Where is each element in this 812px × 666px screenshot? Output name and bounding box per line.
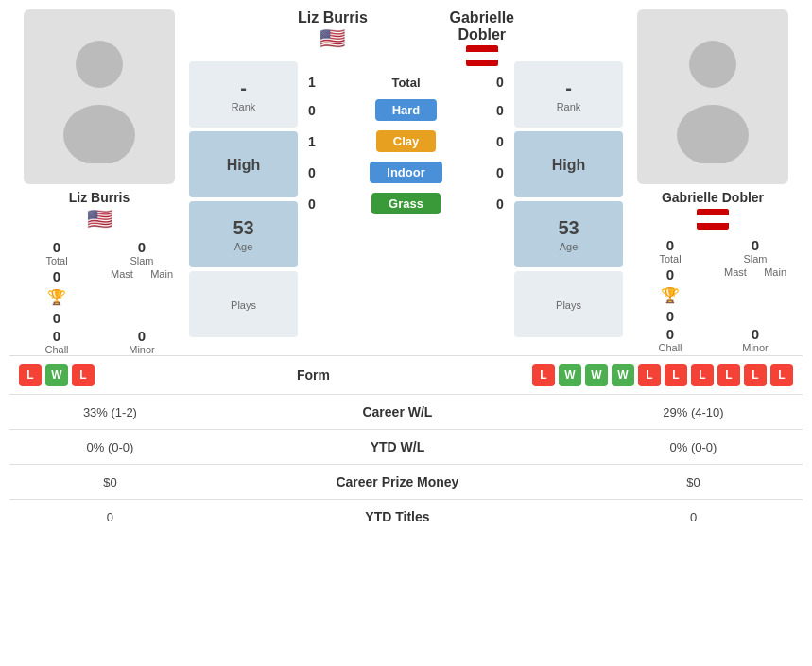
clay-badge: Clay: [376, 130, 436, 152]
layout: Liz Burris 🇺🇸 0 Total 0 Slam 0 🏆 0: [9, 9, 803, 355]
clay-p2: 0: [486, 134, 514, 149]
player2-rank-card: - Rank: [514, 61, 623, 128]
total-badge-wrap: Total: [326, 76, 486, 90]
hard-p2: 0: [486, 103, 514, 118]
p1-header-name: Liz Burris: [298, 9, 368, 26]
player1-mast-label-cell: Mast Main: [104, 268, 180, 326]
middle-top: - Rank High 53 Age Plays: [189, 9, 623, 337]
surface-rows: Liz Burris 🇺🇸 GabrielleDobler: [298, 9, 514, 219]
player1-info-cards: - Rank High 53 Age Plays: [189, 9, 298, 337]
indoor-row: 0 Indoor 0: [298, 157, 514, 188]
player2-age: 53: [558, 217, 579, 239]
player2-avatar: [637, 9, 788, 184]
player1-plays-label: Plays: [231, 299, 256, 311]
p2-form-10: L: [770, 364, 793, 386]
player1-total-cell: 0 Total: [19, 239, 95, 266]
player2-main: 0: [666, 308, 674, 324]
form-section: L W L Form L W W W L L L L L L: [9, 355, 803, 394]
player2-high: High: [552, 157, 586, 174]
p1-header: Liz Burris 🇺🇸: [298, 9, 368, 66]
hard-badge-wrap: Hard: [326, 99, 486, 121]
svg-point-0: [76, 41, 123, 88]
player2-ytd-titles: 0: [584, 500, 803, 535]
player1-name: Liz Burris: [69, 190, 130, 205]
svg-point-3: [677, 105, 749, 163]
player1-rank-card: - Rank: [189, 61, 298, 128]
player2-name: Gabrielle Dobler: [662, 190, 764, 205]
player1-trophy-icon: 🏆: [47, 288, 66, 306]
player2-mast-label-cell: Mast Main: [717, 266, 793, 324]
player2-mast: 0: [666, 266, 674, 282]
player1-panel: Liz Burris 🇺🇸 0 Total 0 Slam 0 🏆 0: [9, 9, 189, 355]
player1-ytd-wl: 0% (0-0): [9, 430, 211, 465]
p2-form-3: W: [585, 364, 608, 386]
indoor-p1: 0: [298, 165, 326, 180]
player2-age-card: 53 Age: [514, 201, 623, 267]
player2-stats: 0 Total 0 Slam 0 🏆 0 Mast Main: [623, 237, 803, 353]
p1-form-3: L: [72, 364, 95, 386]
player2-info-cards: - Rank High 53 Age Plays: [514, 9, 623, 337]
player1-card: Liz Burris 🇺🇸 0 Total 0 Slam 0 🏆 0: [9, 9, 189, 355]
middle-panel: - Rank High 53 Age Plays: [189, 9, 623, 337]
player2-form: L W W W L L L L L L: [532, 364, 793, 386]
svg-point-1: [63, 105, 135, 163]
player2-chall: 0: [666, 326, 674, 342]
player1-age-card: 53 Age: [189, 201, 298, 267]
indoor-badge-wrap: Indoor: [326, 162, 486, 183]
player1-avatar: [24, 9, 175, 184]
total-label: Total: [391, 76, 420, 90]
player2-chall-cell: 0 Chall: [632, 326, 708, 353]
clay-p1: 1: [298, 134, 326, 149]
form-label: Form: [100, 367, 527, 383]
p2-form-2: W: [559, 364, 581, 386]
player2-minor-cell: 0 Minor: [717, 326, 793, 353]
career-wl-label: Career W/L: [211, 395, 584, 430]
ytd-titles-label: YTD Titles: [211, 500, 584, 535]
ytd-titles-row: 0 YTD Titles 0: [9, 500, 803, 535]
player1-stats: 0 Total 0 Slam 0 🏆 0 Mast Main: [9, 239, 189, 355]
player1-rank: -: [240, 77, 247, 99]
player1-form: L W L: [19, 364, 95, 386]
hard-p1: 0: [298, 103, 326, 118]
stats-table: 33% (1-2) Career W/L 29% (4-10) 0% (0-0)…: [9, 394, 803, 534]
player2-rank: -: [565, 77, 572, 99]
player2-career-prize: $0: [584, 465, 803, 500]
player1-ytd-titles: 0: [9, 500, 211, 535]
p2-form-7: L: [691, 364, 714, 386]
p2-form-1: L: [532, 364, 555, 386]
total-p2: 0: [486, 75, 514, 90]
p2-header-name: GabrielleDobler: [450, 9, 514, 43]
ytd-wl-label: YTD W/L: [211, 430, 584, 465]
career-prize-row: $0 Career Prize Money $0: [9, 465, 803, 500]
player2-slam-cell: 0 Slam: [717, 237, 793, 265]
player1-age: 53: [233, 217, 253, 239]
p2-form-9: L: [744, 364, 767, 386]
grass-p1: 0: [298, 196, 326, 212]
player1-minor-cell: 0 Minor: [104, 328, 180, 355]
player2-age-label: Age: [560, 241, 579, 252]
indoor-p2: 0: [486, 165, 514, 180]
p2-form-4: W: [612, 364, 634, 386]
player1-age-label: Age: [234, 241, 253, 252]
p2-header-flag: [450, 45, 514, 66]
player1-high: High: [227, 157, 261, 174]
grass-badge-wrap: Grass: [326, 193, 486, 214]
total-p1: 1: [298, 75, 326, 90]
grass-badge: Grass: [371, 193, 441, 214]
p1-form-2: W: [45, 364, 68, 386]
player1-mast: 0: [53, 268, 60, 284]
ytd-wl-row: 0% (0-0) YTD W/L 0% (0-0): [9, 430, 803, 465]
player2-slam: 0: [752, 237, 759, 253]
player1-career-wl: 33% (1-2): [9, 395, 211, 430]
player2-career-wl: 29% (4-10): [584, 395, 803, 430]
player2-ytd-wl: 0% (0-0): [584, 430, 803, 465]
player2-flag: [697, 209, 729, 230]
player1-slam: 0: [138, 239, 146, 255]
indoor-badge: Indoor: [370, 162, 441, 183]
p1-header-flag: 🇺🇸: [298, 26, 368, 51]
player2-rank-label: Rank: [557, 101, 581, 112]
player1-rank-label: Rank: [232, 101, 256, 112]
player-names-row: Liz Burris 🇺🇸 GabrielleDobler: [298, 9, 514, 66]
player1-high-card: High: [189, 131, 298, 197]
player1-plays-card: Plays: [189, 271, 298, 337]
